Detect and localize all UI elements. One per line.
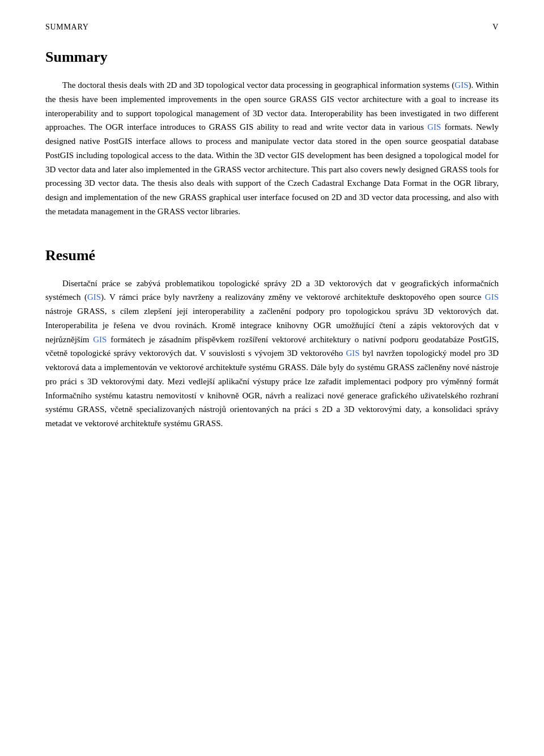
- gis-link-3: GIS: [87, 292, 101, 301]
- gis-link-4: GIS: [485, 292, 499, 301]
- resume-body: Disertační práce se zabývá problematikou…: [45, 277, 499, 431]
- summary-body: The doctoral thesis deals with 2D and 3D…: [45, 78, 499, 219]
- header-left: SUMMARY: [45, 23, 88, 32]
- page-header: SUMMARY V: [45, 23, 499, 32]
- summary-paragraph-1: The doctoral thesis deals with 2D and 3D…: [45, 78, 499, 219]
- gis-link-5: GIS: [93, 335, 107, 344]
- header-right: V: [492, 23, 499, 32]
- resume-paragraph-1: Disertační práce se zabývá problematikou…: [45, 277, 499, 431]
- gis-link-6: GIS: [346, 349, 359, 358]
- summary-section: Summary The doctoral thesis deals with 2…: [45, 49, 499, 219]
- gis-link-1: GIS: [454, 80, 468, 90]
- page: SUMMARY V Summary The doctoral thesis de…: [0, 0, 544, 756]
- gis-link-2: GIS: [427, 122, 441, 131]
- resume-section: Resumé Disertační práce se zabývá proble…: [45, 247, 499, 431]
- resume-title: Resumé: [45, 247, 499, 264]
- summary-title: Summary: [45, 49, 499, 66]
